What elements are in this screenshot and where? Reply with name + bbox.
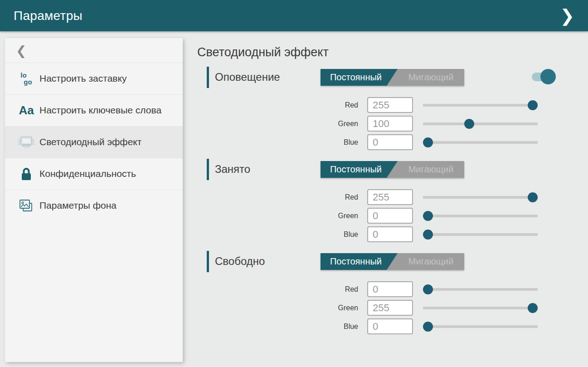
channel-value-input[interactable]	[367, 189, 413, 205]
sidebar-item-background[interactable]: Параметры фона	[5, 190, 183, 221]
channel-row-green: Green	[197, 206, 588, 225]
slider-track	[423, 325, 538, 328]
channel-label: Blue	[197, 138, 358, 147]
channel-row-blue: Blue	[197, 133, 588, 152]
switch-thumb	[540, 69, 556, 84]
channel-label: Green	[197, 304, 358, 312]
channel-slider[interactable]	[423, 230, 538, 240]
accent-bar	[207, 67, 209, 88]
channel-slider[interactable]	[423, 100, 538, 110]
channel-row-green: Green	[197, 114, 588, 133]
slider-track	[423, 122, 538, 125]
slider-track	[423, 141, 538, 144]
sidebar-item-keywords[interactable]: Aa Настроить ключевые слова	[5, 94, 183, 126]
slider-track	[423, 288, 538, 291]
accent-bar	[207, 159, 209, 180]
channel-label: Red	[197, 101, 358, 109]
channel-label: Green	[197, 212, 358, 220]
channel-label: Green	[197, 120, 358, 128]
channel-row-red: Red	[197, 280, 588, 298]
slider-thumb[interactable]	[423, 322, 433, 332]
slider-thumb[interactable]	[464, 119, 474, 129]
slider-track	[423, 233, 538, 236]
sidebar-item-led-effect[interactable]: Светодиодный эффект	[5, 126, 183, 158]
channel-row-green: Green	[197, 298, 588, 317]
page-title: Параметры	[14, 9, 83, 23]
channel-value-input[interactable]	[367, 116, 413, 132]
channel-label: Blue	[197, 323, 358, 331]
section-free: Свободно Мигающий Постоянный Red Green	[197, 250, 588, 336]
sidebar-item-label: Параметры фона	[37, 200, 175, 211]
slider-thumb[interactable]	[423, 284, 433, 294]
logo-icon: logo	[16, 72, 37, 85]
section-alert: Оповещение Мигающий Постоянный Red Green	[197, 66, 588, 152]
mode-option-constant[interactable]: Постоянный	[321, 161, 398, 178]
channel-slider[interactable]	[423, 211, 538, 221]
sidebar-item-label: Светодиодный эффект	[37, 136, 175, 148]
section-busy: Занято Мигающий Постоянный Red Green	[197, 158, 588, 244]
slider-thumb[interactable]	[528, 303, 538, 313]
channel-value-input[interactable]	[367, 97, 413, 113]
section-title: Оповещение	[215, 71, 280, 83]
sidebar-item-privacy[interactable]: Конфиденциальность	[5, 158, 183, 190]
back-chevron-icon: ❮	[16, 43, 26, 58]
slider-thumb[interactable]	[423, 211, 433, 221]
channel-label: Red	[197, 193, 358, 201]
mode-option-constant[interactable]: Постоянный	[321, 69, 398, 86]
channel-value-input[interactable]	[367, 226, 413, 242]
slider-track	[423, 215, 538, 217]
channel-value-input[interactable]	[367, 318, 413, 334]
lock-icon	[16, 167, 37, 181]
slider-thumb[interactable]	[423, 230, 433, 240]
channel-slider[interactable]	[423, 322, 538, 332]
channel-slider[interactable]	[423, 192, 538, 202]
background-images-icon	[16, 198, 37, 214]
slider-track	[423, 307, 538, 309]
channel-row-red: Red	[197, 188, 588, 206]
section-title: Занято	[215, 163, 250, 176]
accent-bar	[207, 251, 209, 272]
slider-thumb[interactable]	[528, 100, 538, 110]
mode-option-constant[interactable]: Постоянный	[321, 253, 398, 270]
channel-value-input[interactable]	[367, 208, 413, 224]
sidebar-collapse-button[interactable]: ❮	[5, 38, 183, 63]
channel-row-blue: Blue	[197, 225, 588, 244]
channel-value-input[interactable]	[367, 300, 413, 316]
led-effect-panel: Светодиодный эффект Оповещение Мигающий …	[197, 38, 588, 336]
channel-slider[interactable]	[423, 137, 538, 147]
section-title: Свободно	[215, 255, 265, 268]
channel-label: Blue	[197, 230, 358, 239]
channel-slider[interactable]	[423, 119, 538, 129]
slider-track	[423, 196, 538, 199]
slider-thumb[interactable]	[528, 192, 538, 202]
channel-row-red: Red	[197, 96, 588, 114]
sidebar-item-label: Конфиденциальность	[37, 168, 175, 180]
sidebar-item-splash-screen[interactable]: logo Настроить заставку	[5, 63, 183, 94]
channel-slider[interactable]	[423, 303, 538, 313]
mode-option-blinking[interactable]: Мигающий	[398, 253, 464, 270]
led-screen-icon	[16, 135, 37, 150]
sidebar: ❮ logo Настроить заставку Aa Настроить к…	[5, 38, 183, 362]
mode-segmented-control: Мигающий Постоянный	[321, 253, 464, 270]
mode-segmented-control: Мигающий Постоянный	[321, 161, 464, 178]
channel-row-blue: Blue	[197, 317, 588, 336]
slider-track	[423, 104, 538, 107]
mode-segmented-control: Мигающий Постоянный	[321, 69, 464, 86]
sidebar-item-label: Настроить заставку	[37, 73, 175, 84]
slider-thumb[interactable]	[423, 137, 433, 147]
channel-value-input[interactable]	[367, 134, 413, 150]
app-header: Параметры ❯	[0, 0, 588, 31]
channel-value-input[interactable]	[367, 281, 413, 297]
channel-slider[interactable]	[423, 284, 538, 294]
alert-enabled-switch[interactable]	[532, 69, 556, 85]
channel-label: Red	[197, 285, 358, 294]
mode-option-blinking[interactable]: Мигающий	[398, 69, 464, 86]
main-title: Светодиодный эффект	[197, 45, 588, 59]
keywords-icon: Aa	[16, 103, 37, 117]
sidebar-item-label: Настроить ключевые слова	[37, 104, 175, 116]
mode-option-blinking[interactable]: Мигающий	[398, 161, 464, 178]
forward-chevron-icon[interactable]: ❯	[556, 5, 578, 26]
